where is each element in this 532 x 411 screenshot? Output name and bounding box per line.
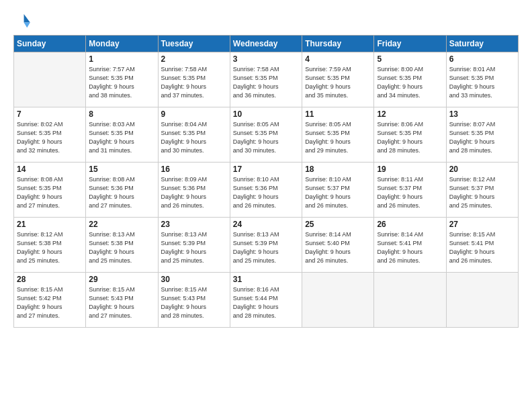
calendar-cell: 5Sunrise: 8:00 AMSunset: 5:35 PMDaylight… — [374, 52, 446, 107]
day-info: Sunrise: 8:10 AMSunset: 5:37 PMDaylight:… — [305, 175, 371, 210]
calendar-cell: 11Sunrise: 8:05 AMSunset: 5:35 PMDayligh… — [302, 107, 374, 163]
day-number: 10 — [233, 109, 299, 119]
logo-icon — [13, 12, 32, 31]
calendar-cell: 29Sunrise: 8:15 AMSunset: 5:43 PMDayligh… — [86, 273, 158, 328]
day-number: 14 — [17, 165, 83, 174]
weekday-header-friday: Friday — [374, 36, 446, 52]
day-number: 21 — [17, 220, 83, 229]
calendar-cell: 19Sunrise: 8:11 AMSunset: 5:37 PMDayligh… — [374, 163, 446, 218]
weekday-header-tuesday: Tuesday — [158, 36, 230, 52]
day-info: Sunrise: 7:58 AMSunset: 5:35 PMDaylight:… — [161, 65, 227, 100]
calendar-cell: 4Sunrise: 7:59 AMSunset: 5:35 PMDaylight… — [302, 52, 374, 107]
weekday-header-thursday: Thursday — [302, 36, 374, 52]
week-row-2: 7Sunrise: 8:02 AMSunset: 5:35 PMDaylight… — [14, 107, 519, 163]
calendar-cell: 28Sunrise: 8:15 AMSunset: 5:42 PMDayligh… — [14, 273, 86, 328]
calendar-cell — [302, 273, 374, 328]
calendar-cell: 23Sunrise: 8:13 AMSunset: 5:39 PMDayligh… — [158, 218, 230, 273]
day-number: 27 — [449, 220, 515, 229]
day-number: 13 — [449, 109, 515, 119]
day-number: 31 — [233, 275, 299, 284]
calendar-cell: 15Sunrise: 8:08 AMSunset: 5:36 PMDayligh… — [86, 163, 158, 218]
day-info: Sunrise: 8:08 AMSunset: 5:35 PMDaylight:… — [17, 175, 83, 210]
day-number: 19 — [377, 165, 443, 174]
day-info: Sunrise: 7:59 AMSunset: 5:35 PMDaylight:… — [305, 65, 371, 100]
day-number: 30 — [161, 275, 227, 284]
day-info: Sunrise: 8:10 AMSunset: 5:36 PMDaylight:… — [233, 175, 299, 210]
calendar-cell: 31Sunrise: 8:16 AMSunset: 5:44 PMDayligh… — [230, 273, 302, 328]
svg-marker-1 — [24, 23, 30, 28]
day-info: Sunrise: 8:06 AMSunset: 5:35 PMDaylight:… — [377, 120, 443, 155]
day-number: 11 — [305, 109, 371, 119]
day-info: Sunrise: 8:03 AMSunset: 5:35 PMDaylight:… — [89, 120, 154, 155]
day-number: 25 — [305, 220, 371, 229]
day-number: 2 — [161, 54, 227, 64]
day-info: Sunrise: 8:07 AMSunset: 5:35 PMDaylight:… — [449, 120, 515, 155]
day-number: 15 — [89, 165, 154, 174]
calendar-cell: 20Sunrise: 8:12 AMSunset: 5:37 PMDayligh… — [446, 163, 518, 218]
day-info: Sunrise: 8:11 AMSunset: 5:37 PMDaylight:… — [377, 175, 443, 210]
day-info: Sunrise: 8:16 AMSunset: 5:44 PMDaylight:… — [233, 285, 299, 320]
day-info: Sunrise: 7:57 AMSunset: 5:35 PMDaylight:… — [89, 65, 154, 100]
week-row-1: 1Sunrise: 7:57 AMSunset: 5:35 PMDaylight… — [14, 52, 519, 107]
logo — [13, 12, 35, 31]
calendar-cell: 14Sunrise: 8:08 AMSunset: 5:35 PMDayligh… — [14, 163, 86, 218]
day-number: 17 — [233, 165, 299, 174]
day-info: Sunrise: 8:08 AMSunset: 5:36 PMDaylight:… — [89, 175, 154, 210]
day-info: Sunrise: 8:12 AMSunset: 5:37 PMDaylight:… — [449, 175, 515, 210]
weekday-header-saturday: Saturday — [446, 36, 518, 52]
day-info: Sunrise: 8:14 AMSunset: 5:41 PMDaylight:… — [377, 230, 443, 265]
calendar-cell: 12Sunrise: 8:06 AMSunset: 5:35 PMDayligh… — [374, 107, 446, 163]
day-info: Sunrise: 8:15 AMSunset: 5:43 PMDaylight:… — [89, 285, 154, 320]
day-number: 23 — [161, 220, 227, 229]
calendar-cell: 25Sunrise: 8:14 AMSunset: 5:40 PMDayligh… — [302, 218, 374, 273]
calendar-cell: 26Sunrise: 8:14 AMSunset: 5:41 PMDayligh… — [374, 218, 446, 273]
calendar-cell — [446, 273, 518, 328]
day-info: Sunrise: 8:09 AMSunset: 5:36 PMDaylight:… — [161, 175, 227, 210]
day-number: 24 — [233, 220, 299, 229]
calendar-cell: 3Sunrise: 7:58 AMSunset: 5:35 PMDaylight… — [230, 52, 302, 107]
page: SundayMondayTuesdayWednesdayThursdayFrid… — [0, 0, 532, 336]
day-info: Sunrise: 8:02 AMSunset: 5:35 PMDaylight:… — [17, 120, 83, 155]
weekday-header-wednesday: Wednesday — [230, 36, 302, 52]
day-info: Sunrise: 8:04 AMSunset: 5:35 PMDaylight:… — [161, 120, 227, 155]
day-number: 18 — [305, 165, 371, 174]
calendar-cell: 24Sunrise: 8:13 AMSunset: 5:39 PMDayligh… — [230, 218, 302, 273]
day-info: Sunrise: 8:05 AMSunset: 5:35 PMDaylight:… — [305, 120, 371, 155]
weekday-header-monday: Monday — [86, 36, 158, 52]
day-info: Sunrise: 8:12 AMSunset: 5:38 PMDaylight:… — [17, 230, 83, 265]
calendar-cell: 30Sunrise: 8:15 AMSunset: 5:43 PMDayligh… — [158, 273, 230, 328]
calendar-cell: 6Sunrise: 8:01 AMSunset: 5:35 PMDaylight… — [446, 52, 518, 107]
day-info: Sunrise: 8:13 AMSunset: 5:39 PMDaylight:… — [161, 230, 227, 265]
day-number: 3 — [233, 54, 299, 64]
calendar-cell: 7Sunrise: 8:02 AMSunset: 5:35 PMDaylight… — [14, 107, 86, 163]
day-info: Sunrise: 8:15 AMSunset: 5:42 PMDaylight:… — [17, 285, 83, 320]
day-info: Sunrise: 8:00 AMSunset: 5:35 PMDaylight:… — [377, 65, 443, 100]
day-number: 29 — [89, 275, 154, 284]
week-row-3: 14Sunrise: 8:08 AMSunset: 5:35 PMDayligh… — [14, 163, 519, 218]
calendar-cell: 22Sunrise: 8:13 AMSunset: 5:38 PMDayligh… — [86, 218, 158, 273]
day-info: Sunrise: 8:05 AMSunset: 5:35 PMDaylight:… — [233, 120, 299, 155]
day-info: Sunrise: 8:15 AMSunset: 5:43 PMDaylight:… — [161, 285, 227, 320]
calendar-cell: 2Sunrise: 7:58 AMSunset: 5:35 PMDaylight… — [158, 52, 230, 107]
calendar-cell: 16Sunrise: 8:09 AMSunset: 5:36 PMDayligh… — [158, 163, 230, 218]
day-number: 5 — [377, 54, 443, 64]
calendar-cell — [14, 52, 86, 107]
day-number: 20 — [449, 165, 515, 174]
calendar-cell: 10Sunrise: 8:05 AMSunset: 5:35 PMDayligh… — [230, 107, 302, 163]
day-number: 9 — [161, 109, 227, 119]
day-info: Sunrise: 8:13 AMSunset: 5:39 PMDaylight:… — [233, 230, 299, 265]
day-number: 28 — [17, 275, 83, 284]
calendar-cell: 13Sunrise: 8:07 AMSunset: 5:35 PMDayligh… — [446, 107, 518, 163]
day-info: Sunrise: 8:14 AMSunset: 5:40 PMDaylight:… — [305, 230, 371, 265]
day-number: 7 — [17, 109, 83, 119]
calendar-cell: 18Sunrise: 8:10 AMSunset: 5:37 PMDayligh… — [302, 163, 374, 218]
calendar-cell: 17Sunrise: 8:10 AMSunset: 5:36 PMDayligh… — [230, 163, 302, 218]
day-number: 4 — [305, 54, 371, 64]
day-number: 1 — [89, 54, 154, 64]
weekday-header-sunday: Sunday — [14, 36, 86, 52]
calendar-cell: 27Sunrise: 8:15 AMSunset: 5:41 PMDayligh… — [446, 218, 518, 273]
calendar-cell: 21Sunrise: 8:12 AMSunset: 5:38 PMDayligh… — [14, 218, 86, 273]
day-number: 22 — [89, 220, 154, 229]
day-info: Sunrise: 8:15 AMSunset: 5:41 PMDaylight:… — [449, 230, 515, 265]
day-info: Sunrise: 7:58 AMSunset: 5:35 PMDaylight:… — [233, 65, 299, 100]
